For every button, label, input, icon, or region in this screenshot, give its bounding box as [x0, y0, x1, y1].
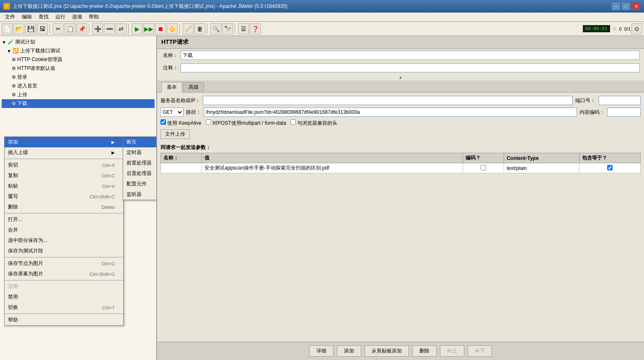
ctx-sep1: [5, 159, 123, 159]
save-as-button[interactable]: 🖫: [37, 23, 48, 34]
cut-button[interactable]: ✂: [53, 23, 64, 34]
ctx-toggle[interactable]: 切换 Ctrl+T: [5, 302, 123, 313]
paste-button[interactable]: 📌: [76, 23, 87, 34]
ctx-add[interactable]: 添加 ▶: [5, 137, 123, 147]
new-button[interactable]: 📄: [2, 23, 13, 34]
browser-header-label[interactable]: 与浏览器兼容的头: [290, 119, 337, 127]
col-encoded: 编码？: [463, 153, 504, 163]
cell-value: 安全测试appscan操作手册-手动探索完全扫描的区别.pdf: [202, 163, 463, 173]
submenu-add-postprocessor[interactable]: 后置处理器 ▶: [123, 168, 157, 179]
ctx-insert-parent[interactable]: 插入上级 ▶: [5, 147, 123, 158]
start-no-pause-button[interactable]: ▶▶: [143, 23, 154, 34]
ctx-delete[interactable]: 删除 Delete: [5, 202, 123, 212]
encoding-input[interactable]: [607, 108, 641, 117]
ctx-save-fragment[interactable]: 保存为测试片段: [5, 246, 123, 256]
path-label: 路径：: [186, 109, 201, 116]
menu-file[interactable]: 文件: [2, 13, 18, 21]
list-button[interactable]: ☰: [238, 23, 249, 34]
window-title: 上传下载接口测试.jmx (D:\apache-jmeter-5.0\apach…: [13, 3, 287, 10]
keepalive-label[interactable]: 使用 KeepAlive: [160, 119, 202, 127]
ctx-help[interactable]: 帮助: [5, 315, 123, 325]
ctx-save-screen-img[interactable]: 保存屏幕为图片 Ctrl+Shift+G: [5, 269, 123, 279]
browser-header-checkbox[interactable]: [290, 119, 296, 125]
path-input[interactable]: [204, 108, 577, 117]
expand-button[interactable]: ➕: [92, 23, 103, 34]
encoded-checkbox[interactable]: [481, 165, 486, 170]
add-from-clipboard-button[interactable]: 从剪贴板添加: [365, 345, 409, 357]
submenu-add-listener-label: 监听器: [127, 191, 142, 198]
comment-label: 注释：: [161, 64, 178, 72]
ctx-copy[interactable]: 复制 Ctrl+C: [5, 170, 123, 181]
separator6: [235, 24, 236, 34]
ctx-open[interactable]: 打开...: [5, 214, 123, 225]
submenu-add-assertion[interactable]: 断言 ▶: [123, 137, 157, 147]
clear-all-button[interactable]: 🗑: [194, 23, 205, 34]
content-area: 服务器名称或IP： 端口号： GET POST 路径： 内容编码： 使用 K: [157, 93, 644, 342]
menu-edit[interactable]: 编辑: [18, 13, 35, 21]
port-input[interactable]: [599, 96, 641, 105]
ctx-overwrite[interactable]: 覆写 Ctrl+Shift+C: [5, 191, 123, 202]
ctx-merge-label: 合并: [8, 226, 18, 234]
scroll-indicator: ▲: [157, 74, 644, 80]
ctx-sep3: [5, 257, 123, 257]
tab-advanced[interactable]: 高级: [183, 82, 204, 92]
ctx-save-selection[interactable]: 选中部分保存为...: [5, 235, 123, 246]
include-equals-checkbox[interactable]: [607, 165, 613, 170]
submenu-add-listener[interactable]: 监听器 ▶: [123, 189, 157, 200]
multipart-checkbox[interactable]: [206, 119, 211, 125]
search-btn[interactable]: 🔍: [210, 23, 221, 34]
ctx-merge[interactable]: 合并: [5, 225, 123, 235]
menu-run[interactable]: 运行: [52, 13, 69, 21]
http-request-title-text: HTTP请求: [161, 39, 189, 45]
cell-encoded: [463, 163, 504, 173]
multipart-label[interactable]: 对POST使用multipart / form-data: [206, 119, 286, 127]
comment-input[interactable]: [181, 63, 640, 72]
params-table: 名称： 值 编码？ Content-Type 包含等于？ 安全测试appscan…: [160, 153, 641, 173]
clear-button[interactable]: 🧹: [183, 23, 194, 34]
submenu-add-timer[interactable]: 定时器 ▶: [123, 147, 157, 158]
menu-search[interactable]: 查找: [35, 13, 52, 21]
method-select[interactable]: GET POST: [160, 108, 184, 117]
copy-button[interactable]: 📋: [65, 23, 75, 34]
delete-button[interactable]: 删除: [412, 345, 437, 357]
help-button[interactable]: ❓: [250, 23, 261, 34]
move-up-button[interactable]: 向上: [440, 345, 464, 357]
ctx-disable[interactable]: 禁用: [5, 292, 123, 302]
ctx-paste-shortcut: Ctrl+V: [102, 184, 115, 189]
submenu-add-preprocessor-label: 前置处理器: [127, 159, 152, 167]
maximize-button[interactable]: □: [621, 2, 631, 10]
ctx-cut[interactable]: 剪切 Ctrl+X: [5, 160, 123, 170]
ctx-sep2: [5, 213, 123, 213]
collapse-button[interactable]: ➖: [104, 23, 115, 34]
add-button[interactable]: 添加: [337, 345, 361, 357]
open-button[interactable]: 📂: [13, 23, 24, 34]
submenu-add-preprocessor[interactable]: 前置处理器 ▶: [123, 158, 157, 168]
minimize-button[interactable]: ─: [611, 2, 621, 10]
ctx-add-label: 添加: [8, 139, 18, 146]
stop-button[interactable]: ⏹: [155, 23, 166, 34]
move-down-button[interactable]: 向下: [468, 345, 492, 357]
encoding-label: 内容编码：: [579, 109, 605, 116]
magnify-button[interactable]: 🔭: [222, 23, 233, 34]
submenu-add-config[interactable]: 配置元件 ▶: [123, 179, 157, 189]
keepalive-checkbox[interactable]: [160, 119, 166, 125]
file-upload-tab[interactable]: 文件上传: [160, 129, 190, 139]
close-button[interactable]: ✕: [631, 2, 641, 10]
remote-button[interactable]: ⊙: [631, 23, 642, 34]
menu-help[interactable]: 帮助: [85, 13, 102, 21]
ctx-paste[interactable]: 粘贴 Ctrl+V: [5, 181, 123, 191]
detail-button[interactable]: 详细: [309, 345, 334, 357]
name-input[interactable]: [181, 51, 640, 60]
toggle-button[interactable]: ⇄: [116, 23, 127, 34]
tab-basic[interactable]: 基本: [161, 82, 182, 93]
start-button[interactable]: ▶: [132, 23, 142, 34]
ctx-insert-parent-label: 插入上级: [8, 149, 28, 156]
menu-options[interactable]: 选项: [69, 13, 85, 21]
options-row: 使用 KeepAlive 对POST使用multipart / form-dat…: [160, 119, 641, 127]
ctx-enable: 启用: [5, 281, 123, 292]
ctx-copy-shortcut: Ctrl+C: [102, 173, 115, 178]
server-input[interactable]: [203, 96, 573, 105]
ctx-save-node-img[interactable]: 保存节点为图片 Ctrl+G: [5, 258, 123, 269]
shutdown-button[interactable]: ⏻: [167, 23, 178, 34]
save-button[interactable]: 💾: [25, 23, 36, 34]
